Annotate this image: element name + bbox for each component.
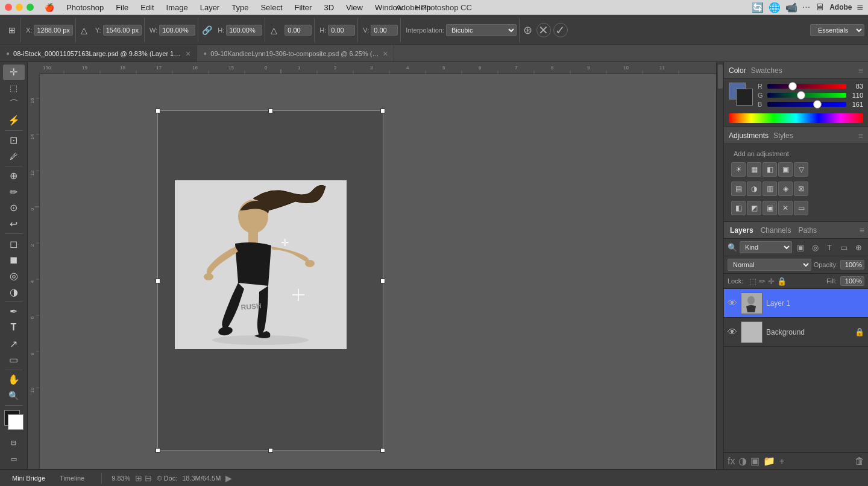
- layer-group-btn[interactable]: 📁: [763, 455, 775, 467]
- lock-transparent-icon[interactable]: ⬚: [749, 277, 756, 286]
- posterize-adj[interactable]: ◩: [747, 201, 761, 215]
- filter-adjust-btn[interactable]: ◎: [809, 241, 821, 253]
- eraser-tool[interactable]: ◻: [3, 236, 25, 251]
- tab-close-1[interactable]: ×: [186, 49, 190, 58]
- background-color-swatch[interactable]: [736, 89, 753, 106]
- layer-mask-btn[interactable]: ◑: [738, 455, 747, 467]
- marquee-tool[interactable]: ⬚: [3, 81, 25, 96]
- blur-tool[interactable]: ◎: [3, 268, 25, 284]
- opacity-value[interactable]: 100%: [840, 260, 864, 270]
- threshold-adj[interactable]: ▣: [763, 201, 777, 215]
- filter-kind-select[interactable]: Kind: [740, 241, 792, 253]
- history-brush-tool[interactable]: ↩: [3, 216, 25, 232]
- menu-edit[interactable]: Edit: [134, 0, 160, 14]
- exposure-adj[interactable]: ▣: [778, 162, 793, 177]
- move-tool[interactable]: ✛: [3, 65, 25, 80]
- color-panel-menu[interactable]: ≡: [858, 66, 863, 75]
- menu-window[interactable]: Window: [369, 0, 409, 14]
- menu-type[interactable]: Type: [225, 0, 254, 14]
- eyedropper-tool[interactable]: 🖉: [3, 148, 25, 164]
- filter-text-btn[interactable]: T: [823, 241, 835, 253]
- w-value[interactable]: 100.00%: [159, 25, 195, 36]
- minimize-button[interactable]: [16, 4, 23, 11]
- filter-shape-btn[interactable]: ▭: [838, 241, 850, 253]
- rot-value[interactable]: 0.00: [285, 25, 312, 36]
- color-picker[interactable]: [3, 410, 25, 430]
- new-layer-btn[interactable]: +: [779, 456, 784, 467]
- link-icon[interactable]: 🔗: [201, 24, 213, 36]
- filter-pixel-btn[interactable]: ▣: [794, 241, 807, 253]
- adjustments-panel-menu[interactable]: ≡: [858, 131, 863, 140]
- bw-adj[interactable]: ▥: [763, 181, 777, 196]
- close-button[interactable]: [5, 4, 12, 11]
- text-tool[interactable]: T: [3, 320, 25, 336]
- gradient-map-adj[interactable]: ✕: [778, 201, 793, 215]
- transform-handle-middle-right[interactable]: [380, 279, 385, 283]
- brush-tool[interactable]: ✏: [3, 184, 25, 200]
- h-value[interactable]: 100.00%: [226, 25, 262, 36]
- zoom-tool[interactable]: 🔍: [3, 388, 25, 403]
- clone-tool[interactable]: ⊙: [3, 200, 25, 216]
- filter-smart-btn[interactable]: ⊕: [852, 241, 864, 253]
- vibrance-adj[interactable]: ▽: [794, 162, 808, 177]
- levels-adj[interactable]: ▦: [747, 162, 761, 177]
- quick-mask-btn[interactable]: ⊟: [3, 435, 25, 451]
- lock-paint-icon[interactable]: ✏: [759, 277, 766, 286]
- menu-file[interactable]: File: [110, 0, 134, 14]
- menu-help[interactable]: Help: [409, 0, 437, 14]
- color-balance-adj[interactable]: ◑: [747, 181, 761, 196]
- mini-bridge-tab[interactable]: Mini Bridge: [5, 470, 52, 487]
- menu-view[interactable]: View: [340, 0, 369, 14]
- menu-select[interactable]: Select: [254, 0, 288, 14]
- transform-handle-bottom-left[interactable]: [156, 448, 160, 453]
- menu-filter[interactable]: Filter: [289, 0, 318, 14]
- red-slider[interactable]: [767, 84, 846, 89]
- x-value[interactable]: 1288.00 px: [34, 25, 72, 36]
- invert-adj[interactable]: ◧: [731, 201, 746, 215]
- transform-handle-middle-left[interactable]: [156, 279, 160, 283]
- blue-slider[interactable]: [767, 102, 846, 107]
- lasso-tool[interactable]: ⌒: [3, 96, 25, 112]
- warp-icon[interactable]: ⊛: [522, 24, 534, 36]
- play-btn[interactable]: ▶: [225, 473, 232, 483]
- green-slider[interactable]: [767, 93, 846, 98]
- timeline-tab[interactable]: Timeline: [52, 470, 92, 487]
- y-value[interactable]: 1546.00 px: [103, 25, 142, 36]
- transform-handle-bottom-center[interactable]: [268, 448, 273, 453]
- status-grid-icon[interactable]: ⊞: [135, 473, 142, 483]
- path-select-tool[interactable]: ↗: [3, 336, 25, 352]
- brightness-adj[interactable]: ☀: [731, 162, 746, 177]
- styles-tab[interactable]: Styles: [773, 131, 793, 140]
- canvas-area[interactable]: 130 19 18 17 16 15 0 1 2 3 4 5 6 7 8 9 1: [28, 62, 716, 469]
- maximize-button[interactable]: [27, 4, 34, 11]
- color-tab[interactable]: Color: [729, 66, 746, 75]
- quick-select-tool[interactable]: ⚡: [3, 113, 25, 128]
- workspace-select[interactable]: Essentials: [810, 24, 864, 36]
- interpolation-select[interactable]: Bicubic Bilinear Nearest Neighbor: [446, 24, 517, 36]
- tab-document-2[interactable]: ● 09-10KandiceLynn19-306-to-composite.ps…: [197, 45, 394, 62]
- transform-handle-top-right[interactable]: [380, 109, 385, 113]
- swatches-tab[interactable]: Swatches: [751, 66, 782, 75]
- fill-value[interactable]: 100%: [840, 276, 864, 286]
- canvas-viewport[interactable]: RUSH ✛: [40, 74, 716, 469]
- transform-handle-bottom-right[interactable]: [380, 448, 385, 453]
- transform-icon[interactable]: ⊞: [6, 24, 18, 36]
- layer-1-visibility[interactable]: 👁: [728, 298, 737, 309]
- layers-panel-menu[interactable]: ≡: [860, 226, 864, 235]
- menu-layer[interactable]: Layer: [194, 0, 226, 14]
- layer-adj-btn[interactable]: ▣: [750, 455, 760, 467]
- menu-image[interactable]: Image: [160, 0, 194, 14]
- tab-document-1[interactable]: ● 08-iStock_000011057163Large.psd @ 9.83…: [0, 45, 197, 62]
- adjustments-tab[interactable]: Adjustments: [729, 131, 769, 140]
- curves-adj[interactable]: ◧: [763, 162, 777, 177]
- channel-mix-adj[interactable]: ⊠: [794, 181, 808, 196]
- layer-fx-btn[interactable]: fx: [728, 456, 735, 467]
- spot-heal-tool[interactable]: ⊕: [3, 168, 25, 184]
- status-info-icon[interactable]: ⊟: [145, 473, 152, 483]
- background-color[interactable]: [8, 414, 24, 430]
- dodge-tool[interactable]: ◑: [3, 284, 25, 300]
- skewv-value[interactable]: 0.00: [371, 25, 398, 36]
- tab-close-2[interactable]: ×: [383, 49, 388, 58]
- hue-sat-adj[interactable]: ▤: [731, 181, 746, 196]
- lock-position-icon[interactable]: ✛: [768, 277, 775, 286]
